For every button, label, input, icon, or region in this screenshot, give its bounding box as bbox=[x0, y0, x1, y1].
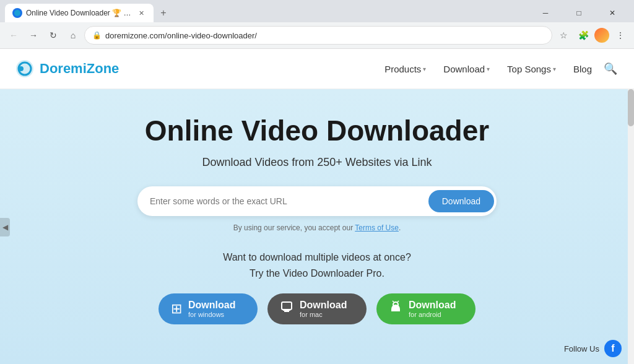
windows-dl-sub: for windows bbox=[188, 311, 235, 318]
follow-us: Follow Us f bbox=[564, 340, 622, 357]
minimize-button[interactable]: ─ bbox=[531, 4, 560, 22]
url-bar[interactable]: 🔒 doremizone.com/online-video-downloader… bbox=[84, 26, 552, 45]
hero-title: Online Video Downloader bbox=[145, 114, 489, 147]
browser-chrome: Online Video Downloader 🏆 Do ✕ + ─ □ ✕ ←… bbox=[0, 0, 634, 49]
svg-rect-5 bbox=[284, 311, 289, 312]
scrollbar[interactable] bbox=[628, 89, 634, 364]
address-bar: ← → ↻ ⌂ 🔒 doremizone.com/online-video-do… bbox=[0, 22, 634, 48]
nav-download[interactable]: Download ▾ bbox=[436, 59, 497, 79]
extensions-icon[interactable]: 🧩 bbox=[575, 27, 592, 44]
download-buttons: ⊞ Download for windows Download for mac bbox=[158, 293, 476, 324]
svg-point-0 bbox=[14, 10, 20, 16]
svg-line-9 bbox=[397, 301, 399, 302]
toolbar-icons: ☆ 🧩 ⋮ bbox=[555, 27, 629, 44]
window-controls: ─ □ ✕ bbox=[531, 4, 629, 22]
search-download-button[interactable]: Download bbox=[428, 190, 494, 212]
svg-point-3 bbox=[19, 66, 24, 71]
terms-prefix: By using our service, you accept our bbox=[233, 223, 355, 232]
android-dl-sub: for android bbox=[409, 311, 456, 318]
restore-button[interactable]: □ bbox=[565, 4, 593, 22]
nav-blog[interactable]: Blog bbox=[566, 59, 599, 79]
tab-favicon bbox=[12, 8, 22, 18]
search-input[interactable] bbox=[137, 196, 426, 206]
scrollbar-thumb[interactable] bbox=[628, 89, 634, 126]
nav-links: Products ▾ Download ▾ Top Songs ▾ Blog 🔍 bbox=[377, 59, 619, 79]
nav-blog-label: Blog bbox=[573, 64, 592, 74]
download-windows-button[interactable]: ⊞ Download for windows bbox=[158, 293, 258, 324]
top-songs-chevron-icon: ▾ bbox=[553, 66, 556, 72]
cta-line2: Try the Video Downloader Pro. bbox=[223, 266, 411, 282]
download-mac-button[interactable]: Download for mac bbox=[267, 293, 367, 324]
nav-products-label: Products bbox=[384, 64, 421, 74]
star-icon[interactable]: ☆ bbox=[555, 27, 572, 44]
windows-dl-label: Download bbox=[188, 300, 235, 311]
search-icon[interactable]: 🔍 bbox=[602, 60, 619, 77]
home-button[interactable]: ⌂ bbox=[64, 27, 82, 44]
search-box: Download bbox=[137, 186, 497, 216]
tab-close-button[interactable]: ✕ bbox=[136, 8, 146, 18]
website: DoremiZone Products ▾ Download ▾ Top Son… bbox=[0, 49, 634, 364]
site-nav: DoremiZone Products ▾ Download ▾ Top Son… bbox=[0, 49, 634, 89]
cta-text: Want to download multiple videos at once… bbox=[223, 249, 411, 281]
svg-line-8 bbox=[393, 301, 394, 302]
logo-text: DoremiZone bbox=[40, 61, 119, 77]
cta-line1: Want to download multiple videos at once… bbox=[223, 249, 411, 266]
profile-avatar[interactable] bbox=[594, 28, 609, 43]
follow-us-label: Follow Us bbox=[564, 344, 599, 353]
nav-products[interactable]: Products ▾ bbox=[377, 59, 433, 79]
nav-download-label: Download bbox=[443, 64, 485, 74]
reload-button[interactable]: ↻ bbox=[45, 27, 62, 44]
nav-top-songs-label: Top Songs bbox=[507, 64, 551, 74]
nav-top-songs[interactable]: Top Songs ▾ bbox=[500, 59, 563, 79]
android-dl-label: Download bbox=[409, 300, 456, 311]
facebook-icon[interactable]: f bbox=[604, 340, 622, 357]
back-button[interactable]: ← bbox=[5, 27, 22, 44]
terms-suffix: . bbox=[399, 223, 401, 232]
tab-bar: Online Video Downloader 🏆 Do ✕ + ─ □ ✕ bbox=[0, 0, 634, 22]
terms-link[interactable]: Terms of Use bbox=[355, 223, 399, 232]
more-icon[interactable]: ⋮ bbox=[612, 27, 629, 44]
hero-subtitle: Download Videos from 250+ Websites via L… bbox=[202, 156, 432, 169]
hero-section: ◀ Online Video Downloader Download Video… bbox=[0, 89, 634, 364]
new-tab-button[interactable]: + bbox=[156, 6, 171, 20]
logo-icon bbox=[15, 59, 35, 79]
sidebar-toggle[interactable]: ◀ bbox=[0, 218, 10, 236]
active-tab[interactable]: Online Video Downloader 🏆 Do ✕ bbox=[5, 4, 154, 22]
svg-rect-4 bbox=[282, 302, 292, 310]
download-chevron-icon: ▾ bbox=[487, 66, 490, 72]
url-text: doremizone.com/online-video-downloader/ bbox=[105, 31, 544, 40]
lock-icon: 🔒 bbox=[92, 31, 102, 40]
download-android-button[interactable]: Download for android bbox=[376, 293, 476, 324]
logo[interactable]: DoremiZone bbox=[15, 59, 119, 79]
products-chevron-icon: ▾ bbox=[423, 66, 426, 72]
terms-text: By using our service, you accept our Ter… bbox=[233, 223, 401, 232]
android-icon bbox=[389, 300, 402, 318]
mac-dl-label: Download bbox=[300, 300, 347, 311]
tab-title: Online Video Downloader 🏆 Do bbox=[26, 9, 132, 17]
windows-icon: ⊞ bbox=[171, 301, 182, 317]
forward-button[interactable]: → bbox=[25, 27, 42, 44]
svg-rect-6 bbox=[283, 310, 290, 311]
close-button[interactable]: ✕ bbox=[598, 4, 627, 22]
mac-dl-sub: for mac bbox=[300, 311, 347, 318]
mac-icon bbox=[280, 300, 293, 318]
